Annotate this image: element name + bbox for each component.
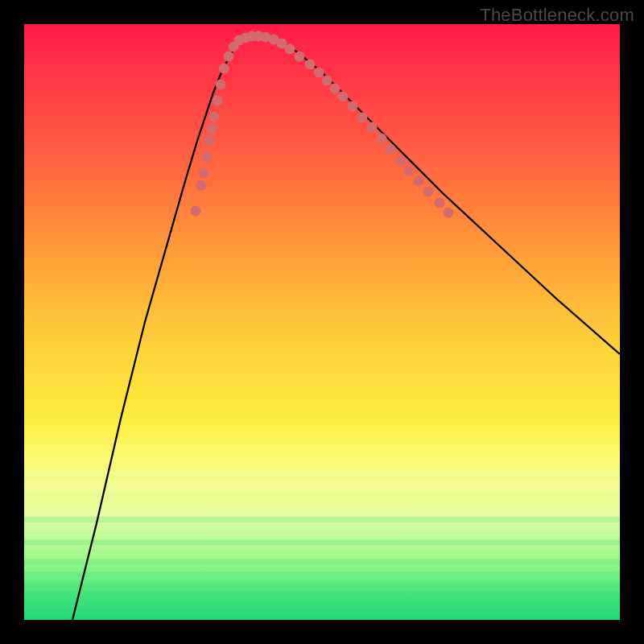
gradient-band bbox=[24, 582, 620, 588]
chart-frame: TheBottleneck.com bbox=[0, 0, 644, 644]
curve-layer bbox=[24, 24, 620, 620]
gradient-band bbox=[24, 517, 620, 522]
gradient-band bbox=[24, 572, 620, 577]
curve-dot bbox=[444, 208, 454, 218]
curve-dot bbox=[213, 96, 223, 106]
curve-dot bbox=[386, 144, 396, 155]
curve-dot bbox=[404, 166, 415, 176]
curve-dot bbox=[357, 113, 368, 123]
curve-dot bbox=[261, 32, 271, 43]
curve-dot bbox=[435, 198, 445, 208]
gradient-band bbox=[24, 539, 620, 545]
curve-dot bbox=[377, 134, 387, 144]
curve-dot bbox=[199, 168, 209, 179]
curve-dot bbox=[254, 31, 264, 42]
curve-dot bbox=[338, 92, 349, 102]
curve-dots bbox=[191, 31, 454, 218]
curve-dot bbox=[234, 35, 245, 46]
curve-dot bbox=[348, 101, 358, 112]
gradient-band bbox=[24, 612, 620, 617]
curve-dot bbox=[322, 76, 332, 86]
curve-dot bbox=[219, 64, 229, 74]
gradient-band bbox=[24, 591, 620, 597]
curve-dot bbox=[216, 80, 226, 90]
curve-dot bbox=[285, 44, 295, 55]
curve-dot bbox=[207, 124, 217, 134]
gradient-band bbox=[24, 605, 620, 611]
bottleneck-curve bbox=[72, 36, 620, 620]
gradient-band bbox=[24, 471, 620, 477]
gradient-band bbox=[24, 479, 620, 485]
curve-dot bbox=[241, 33, 251, 43]
curve-dot bbox=[191, 206, 201, 217]
curve-dot bbox=[247, 31, 258, 42]
curve-dot bbox=[209, 112, 220, 122]
curve-dot bbox=[414, 176, 424, 187]
plot-area bbox=[24, 24, 620, 620]
curve-dot bbox=[277, 39, 287, 49]
curve-dot bbox=[202, 152, 213, 163]
curve-dot bbox=[295, 52, 305, 62]
watermark-text: TheBottleneck.com bbox=[480, 5, 634, 26]
curve-dot bbox=[229, 42, 239, 52]
curve-dot bbox=[224, 52, 234, 62]
gradient-band bbox=[24, 487, 620, 493]
gradient-band bbox=[24, 599, 620, 605]
gradient-band bbox=[24, 559, 620, 565]
curve-dot bbox=[269, 35, 279, 45]
curve-dot bbox=[367, 122, 378, 133]
curve-dot bbox=[196, 180, 207, 191]
curve-dot bbox=[330, 84, 341, 94]
curve-dot bbox=[396, 156, 407, 167]
curve-dot bbox=[204, 136, 215, 147]
curve-dot bbox=[305, 60, 316, 70]
curve-dot bbox=[423, 187, 434, 197]
curve-dot bbox=[314, 68, 324, 78]
